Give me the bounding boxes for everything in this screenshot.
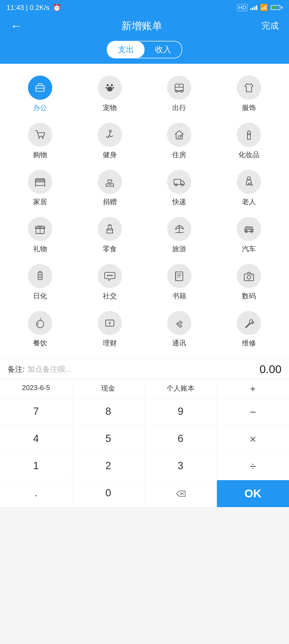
svg-point-28 xyxy=(181,184,184,186)
category-gift[interactable]: 礼物 xyxy=(5,213,75,257)
snack-label: 零食 xyxy=(103,244,117,254)
lipstick-icon xyxy=(243,129,255,141)
svg-point-27 xyxy=(175,184,177,186)
plus-key-info[interactable]: + xyxy=(217,379,289,398)
svg-point-44 xyxy=(107,275,108,276)
category-book[interactable]: 书籍 xyxy=(144,260,214,305)
category-digital[interactable]: 数码 xyxy=(214,260,284,305)
calc-row-3: 1 2 3 ÷ xyxy=(0,453,289,480)
page-title: 新增账单 xyxy=(121,19,162,33)
key-ok[interactable]: OK xyxy=(217,480,289,507)
key-minus[interactable]: − xyxy=(217,398,289,426)
category-daily[interactable]: 日化 xyxy=(5,260,75,305)
category-shopping[interactable]: 购物 xyxy=(5,119,75,163)
key-8[interactable]: 8 xyxy=(72,398,145,426)
gift-icon-bg xyxy=(28,217,52,241)
key-2[interactable]: 2 xyxy=(72,453,145,480)
category-office[interactable]: 办公 xyxy=(5,72,75,116)
express-label: 快递 xyxy=(172,197,186,207)
category-cosmetics[interactable]: 化妆品 xyxy=(214,119,284,163)
category-social[interactable]: 社交 xyxy=(75,260,145,305)
key-6[interactable]: 6 xyxy=(144,426,217,453)
housing-label: 住房 xyxy=(172,150,186,160)
donation-icon-bg xyxy=(98,170,122,194)
key-3[interactable]: 3 xyxy=(144,453,217,480)
shopping-icon-bg xyxy=(28,123,52,147)
key-7[interactable]: 7 xyxy=(0,398,72,426)
briefcase-icon xyxy=(34,82,46,94)
key-5[interactable]: 5 xyxy=(72,426,145,453)
key-1[interactable]: 1 xyxy=(0,453,72,480)
food-label: 餐饮 xyxy=(33,338,47,348)
clothing-label: 服饰 xyxy=(242,103,256,112)
transport-label: 出行 xyxy=(172,103,186,112)
finance-icon: ¥ xyxy=(104,317,116,329)
svg-point-15 xyxy=(42,137,44,139)
back-button[interactable]: ← xyxy=(8,16,25,35)
category-area: 办公 宠物 xyxy=(0,64,289,360)
key-0[interactable]: 0 xyxy=(72,480,145,507)
category-snack[interactable]: 零食 xyxy=(75,213,145,257)
beach-icon xyxy=(173,223,185,235)
fitness-label: 健身 xyxy=(103,150,117,160)
done-button[interactable]: 完成 xyxy=(259,17,281,34)
repair-icon xyxy=(243,317,255,329)
svg-rect-40 xyxy=(249,227,252,229)
repair-label: 维修 xyxy=(242,338,256,348)
category-clothing[interactable]: 服饰 xyxy=(214,72,284,116)
key-9[interactable]: 9 xyxy=(144,398,217,426)
book-icon xyxy=(173,270,185,282)
home-icon xyxy=(173,129,185,141)
category-travel[interactable]: 旅游 xyxy=(144,213,214,257)
pet-label: 宠物 xyxy=(103,103,117,112)
calc-info-row: 2023-6-5 现金 个人账本 + xyxy=(0,379,289,398)
category-pet[interactable]: 宠物 xyxy=(75,72,145,116)
svg-point-46 xyxy=(111,275,112,276)
furniture-label: 家居 xyxy=(33,197,47,207)
network-speed: 0.2K/s xyxy=(30,3,50,12)
daily-icon-bg xyxy=(28,264,52,288)
key-dot[interactable]: . xyxy=(0,480,72,507)
category-furniture[interactable]: 家居 xyxy=(5,166,75,210)
delete-icon xyxy=(175,490,186,497)
svg-rect-21 xyxy=(36,181,45,185)
book-label: 书籍 xyxy=(172,291,186,301)
heart-hand-icon xyxy=(104,176,116,188)
express-icon-bg xyxy=(167,170,191,194)
amount-display: 0.00 xyxy=(259,363,281,376)
category-car[interactable]: 汽车 xyxy=(214,213,284,257)
key-delete[interactable] xyxy=(144,480,217,507)
category-food[interactable]: 餐饮 xyxy=(5,307,75,352)
account-cell[interactable]: 个人账本 xyxy=(144,379,217,398)
food-icon-bg xyxy=(28,311,52,335)
category-fitness[interactable]: 健身 xyxy=(75,119,145,163)
category-housing[interactable]: 住房 xyxy=(144,119,214,163)
svg-point-5 xyxy=(112,87,114,89)
notes-section: 备注: 加点备注呗... xyxy=(8,364,71,374)
time-display: 11:43 xyxy=(6,3,24,12)
category-express[interactable]: 快递 xyxy=(144,166,214,210)
tab-expense[interactable]: 支出 xyxy=(107,41,144,58)
svg-text:¥: ¥ xyxy=(108,320,111,326)
car-label: 汽车 xyxy=(242,244,256,254)
category-donation[interactable]: 捐赠 xyxy=(75,166,145,210)
shirt-icon xyxy=(243,82,255,94)
calculator: 2023-6-5 现金 个人账本 + 7 8 9 − 4 5 6 × 1 2 3… xyxy=(0,379,289,507)
payment-method-cell[interactable]: 现金 xyxy=(72,379,145,398)
category-finance[interactable]: ¥ 理财 xyxy=(75,307,145,352)
tab-income[interactable]: 收入 xyxy=(144,41,182,58)
key-4[interactable]: 4 xyxy=(0,426,72,453)
date-cell[interactable]: 2023-6-5 xyxy=(0,379,72,398)
fitness-icon xyxy=(104,129,116,141)
notes-bar: 备注: 加点备注呗... 0.00 xyxy=(0,360,289,379)
category-transport[interactable]: 出行 xyxy=(144,72,214,116)
category-elderly[interactable]: 老人 xyxy=(214,166,284,210)
svg-rect-17 xyxy=(178,136,180,139)
key-divide[interactable]: ÷ xyxy=(217,453,289,480)
category-phone[interactable]: 通讯 xyxy=(144,307,214,352)
battery-icon xyxy=(271,5,283,10)
gift-label: 礼物 xyxy=(33,244,47,254)
category-repair[interactable]: 维修 xyxy=(214,307,284,352)
key-multiply[interactable]: × xyxy=(217,426,289,453)
notes-placeholder[interactable]: 加点备注呗... xyxy=(27,364,71,374)
